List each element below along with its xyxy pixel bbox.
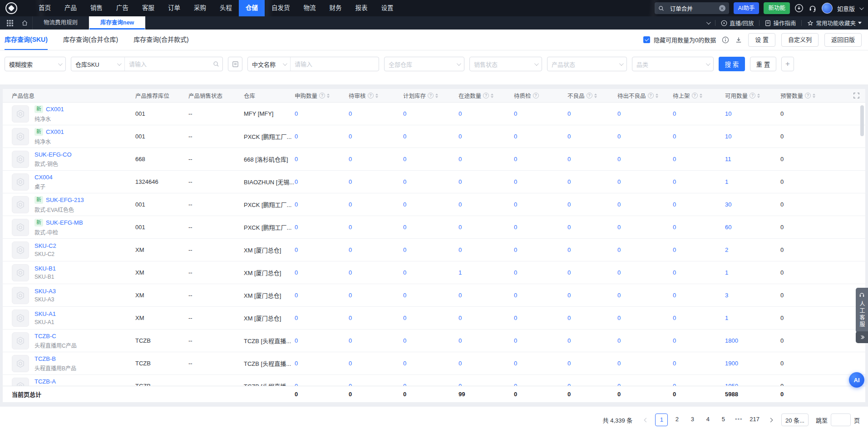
qty-cell-1[interactable]: 0 — [295, 201, 349, 208]
sku-link[interactable]: SUK-EFG-CO — [35, 151, 72, 158]
qty-cell-5[interactable]: 0 — [514, 110, 567, 117]
sales-status-select[interactable]: 销售状态 — [469, 57, 542, 71]
next-page-button[interactable] — [765, 413, 776, 426]
qty-cell-6[interactable]: 0 — [567, 292, 617, 299]
qty-cell-8[interactable]: 0 — [673, 383, 725, 386]
qty-cell-2[interactable]: 0 — [349, 292, 403, 299]
nav-item-财务[interactable]: 财务 — [323, 0, 349, 16]
subtab-库存查询(合并仓库)[interactable]: 库存查询(合并仓库) — [63, 30, 118, 50]
qty-cell-4[interactable]: 0 — [459, 224, 514, 231]
qty-cell-6[interactable]: 0 — [567, 269, 617, 276]
qty-cell-8[interactable]: 0 — [673, 133, 725, 140]
qty-cell-3[interactable]: 0 — [403, 224, 459, 231]
qty-cell-6[interactable]: 0 — [567, 224, 617, 231]
ai-floating-button[interactable]: AI — [849, 372, 864, 388]
qty-cell-8[interactable]: 0 — [673, 292, 725, 299]
sku-link[interactable]: SKU-B1 — [35, 265, 56, 272]
subtab-库存查询(SKU)[interactable]: 库存查询(SKU) — [5, 30, 48, 50]
nav-item-自发货[interactable]: 自发货 — [265, 0, 297, 16]
add-filter-button[interactable]: + — [781, 57, 794, 71]
qty-cell-3[interactable]: 0 — [403, 156, 459, 162]
qty-cell-5[interactable]: 0 — [514, 315, 567, 321]
qty-cell-4[interactable]: 1 — [459, 269, 514, 276]
qty-cell-6[interactable]: 0 — [567, 201, 617, 208]
qty-cell-7[interactable]: 0 — [617, 269, 673, 276]
qty-cell-9[interactable]: 11 — [725, 156, 780, 162]
collapse-panel-button[interactable] — [856, 331, 868, 343]
ai-assistant-button[interactable]: AI助手 — [734, 2, 760, 14]
qty-cell-6[interactable]: 0 — [567, 315, 617, 321]
help-icon[interactable]: ? — [428, 93, 434, 98]
qty-cell-7[interactable]: 0 — [617, 110, 673, 117]
help-icon[interactable]: ? — [319, 93, 325, 98]
help-icon[interactable]: ? — [587, 93, 592, 98]
qty-cell-9[interactable]: 1 — [725, 178, 780, 185]
sku-link[interactable]: SKU-A1 — [35, 310, 56, 317]
qty-cell-9[interactable]: 3 — [725, 292, 780, 299]
qty-cell-1[interactable]: 0 — [295, 383, 349, 386]
page-size-select[interactable]: 20 条... — [781, 413, 809, 426]
qty-cell-9[interactable]: 1 — [725, 315, 780, 321]
qty-cell-6[interactable]: 0 — [567, 156, 617, 162]
page-button-2[interactable]: 2 — [671, 413, 683, 426]
qty-cell-1[interactable]: 0 — [295, 133, 349, 140]
qty-cell-1[interactable]: 0 — [295, 246, 349, 253]
qty-cell-5[interactable]: 0 — [514, 201, 567, 208]
apps-grid-icon[interactable] — [3, 16, 17, 30]
fullscreen-icon[interactable] — [853, 92, 860, 101]
page-button-3[interactable]: 3 — [686, 413, 699, 426]
qty-cell-3[interactable]: 0 — [403, 178, 459, 185]
qty-cell-2[interactable]: 0 — [349, 383, 403, 386]
qty-cell-5[interactable]: 0 — [514, 383, 567, 386]
qty-cell-2[interactable]: 0 — [349, 110, 403, 117]
qty-cell-9[interactable]: 10 — [725, 133, 780, 140]
qty-cell-2[interactable]: 0 — [349, 133, 403, 140]
qty-cell-7[interactable]: 0 — [617, 156, 673, 162]
qty-cell-1[interactable]: 0 — [295, 360, 349, 367]
qty-cell-4[interactable]: 0 — [459, 315, 514, 321]
global-search[interactable] — [655, 2, 729, 14]
qty-cell-9[interactable]: 1800 — [725, 337, 780, 344]
qty-cell-8[interactable]: 0 — [673, 337, 725, 344]
qty-cell-1[interactable]: 0 — [295, 224, 349, 231]
qty-cell-3[interactable]: 0 — [403, 383, 459, 386]
nav-item-客服[interactable]: 客服 — [135, 0, 161, 16]
qty-cell-6[interactable]: 0 — [567, 246, 617, 253]
sort-icon[interactable] — [491, 93, 493, 98]
qty-cell-1[interactable]: 0 — [295, 315, 349, 321]
prev-page-button[interactable] — [641, 413, 651, 426]
qty-cell-5[interactable]: 0 — [514, 269, 567, 276]
qty-cell-2[interactable]: 0 — [349, 315, 403, 321]
qty-cell-5[interactable]: 0 — [514, 133, 567, 140]
qty-cell-4[interactable]: 0 — [459, 292, 514, 299]
qty-cell-1[interactable]: 0 — [295, 110, 349, 117]
category-select[interactable]: 品类 — [632, 57, 714, 71]
sku-link[interactable]: SKU-A3 — [35, 288, 56, 295]
help-icon[interactable]: ? — [750, 93, 755, 98]
page-tab-物流费用规则[interactable]: 物流费用规则 — [32, 16, 89, 30]
nav-item-报表[interactable]: 报表 — [349, 0, 375, 16]
custom-columns-button[interactable]: 自定义列 — [781, 33, 819, 47]
sort-icon[interactable] — [375, 93, 378, 98]
qty-cell-4[interactable]: 0 — [459, 133, 514, 140]
help-icon[interactable]: ? — [805, 93, 811, 98]
qty-cell-2[interactable]: 0 — [349, 337, 403, 344]
warehouse-select[interactable]: 全部仓库 — [384, 57, 464, 71]
qty-cell-6[interactable]: 0 — [567, 360, 617, 367]
tabs-dropdown-icon[interactable] — [706, 20, 711, 25]
qty-cell-3[interactable]: 0 — [403, 110, 459, 117]
qty-cell-3[interactable]: 0 — [403, 337, 459, 344]
qty-cell-4[interactable]: 0 — [459, 178, 514, 185]
qty-cell-4[interactable]: 0 — [459, 246, 514, 253]
sku-link[interactable]: CX001 — [46, 128, 64, 135]
nav-item-仓储[interactable]: 仓储 — [239, 0, 265, 16]
qty-cell-5[interactable]: 0 — [514, 246, 567, 253]
page-button-5[interactable]: 5 — [717, 413, 730, 426]
nav-item-广告[interactable]: 广告 — [109, 0, 135, 16]
nav-item-产品[interactable]: 产品 — [58, 0, 84, 16]
hide-zero-checkbox[interactable] — [643, 36, 650, 43]
qty-cell-9[interactable]: 10 — [725, 110, 780, 117]
download-icon[interactable] — [794, 4, 804, 13]
qty-cell-8[interactable]: 0 — [673, 178, 725, 185]
qty-cell-6[interactable]: 0 — [567, 178, 617, 185]
